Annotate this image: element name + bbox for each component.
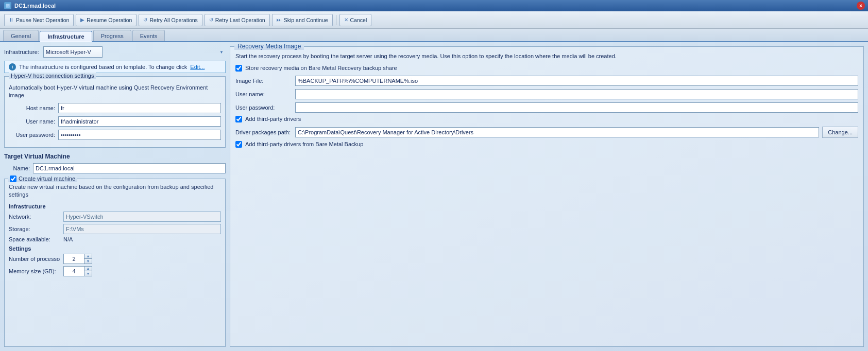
tab-progress[interactable]: Progress bbox=[93, 30, 131, 41]
skip-icon: ⏭ bbox=[277, 17, 282, 23]
app-icon bbox=[4, 2, 11, 9]
driver-path-row: Driver packages path: Change... bbox=[235, 127, 858, 138]
tab-general[interactable]: General bbox=[3, 30, 39, 41]
memory-arrows: ▲ ▼ bbox=[84, 266, 92, 276]
vm-name-label: Name: bbox=[4, 165, 30, 171]
user-password-field: User password: bbox=[9, 130, 221, 140]
infrastructure-label: Infrastructure: bbox=[4, 49, 39, 55]
image-file-row: Image File: bbox=[235, 76, 858, 86]
tab-infrastructure[interactable]: Infrastructure bbox=[40, 31, 92, 42]
infrastructure-select-wrapper: Microsoft Hyper-V bbox=[43, 46, 226, 58]
space-value: N/A bbox=[63, 236, 73, 242]
info-icon: i bbox=[9, 63, 16, 71]
store-checkbox-row: Store recovery media on Bare Metal Recov… bbox=[235, 65, 858, 72]
space-label: Space available: bbox=[9, 236, 60, 242]
recovery-media-title: Recovery Media Image bbox=[234, 43, 304, 50]
create-vm-title: Create virtual machine bbox=[8, 176, 77, 182]
add-drivers-label: Add third-party drivers bbox=[245, 116, 301, 122]
store-checkbox-label: Store recovery media on Bare Metal Recov… bbox=[245, 65, 397, 71]
retry-all-button[interactable]: ↺ Retry All Operations bbox=[139, 14, 202, 26]
user-name-input[interactable] bbox=[58, 116, 221, 127]
user-name-field: User name: bbox=[9, 116, 221, 127]
recovery-desc: Start the recovery process by booting th… bbox=[235, 52, 858, 61]
add-drivers-row: Add third-party drivers bbox=[235, 116, 858, 122]
retry-last-icon: ↺ bbox=[209, 17, 213, 23]
window-title: DC1.rmad.local bbox=[14, 3, 56, 9]
cancel-button[interactable]: ✕ Cancel bbox=[339, 14, 372, 26]
memory-down[interactable]: ▼ bbox=[84, 271, 92, 276]
hyperv-group-box: Hyper-V host connection settings Automat… bbox=[4, 76, 226, 148]
recovery-password-input[interactable] bbox=[295, 102, 858, 113]
create-vm-box: Create virtual machine Create new virtua… bbox=[4, 179, 226, 347]
target-vm-title: Target Virtual Machine bbox=[4, 153, 226, 160]
user-name-label: User name: bbox=[9, 118, 55, 125]
vm-name-input[interactable] bbox=[33, 163, 226, 173]
left-panel: Infrastructure: Microsoft Hyper-V i The … bbox=[4, 46, 226, 347]
retry-all-icon: ↺ bbox=[143, 17, 147, 23]
driver-path-input[interactable] bbox=[295, 127, 819, 137]
settings-title: Settings bbox=[9, 245, 221, 252]
image-file-input[interactable] bbox=[295, 76, 858, 86]
pause-icon: ⏸ bbox=[9, 17, 14, 23]
num-processors-arrows: ▲ ▼ bbox=[84, 254, 92, 264]
add-drivers-bmr-label: Add third-party drivers from Bare Metal … bbox=[245, 141, 363, 147]
network-row: Network: Hyper-VSwitch bbox=[9, 212, 221, 222]
store-checkbox[interactable] bbox=[235, 65, 242, 72]
image-file-label: Image File: bbox=[235, 78, 292, 84]
recovery-media-box: Recovery Media Image Start the recovery … bbox=[230, 46, 864, 347]
space-row: Space available: N/A bbox=[9, 236, 221, 242]
svg-rect-3 bbox=[6, 7, 8, 7]
num-processors-row: Number of processo ▲ ▼ bbox=[9, 254, 221, 264]
toolbar: ⏸ Pause Next Operation ▶ Resume Operatio… bbox=[0, 11, 868, 29]
memory-label: Memory size (GB): bbox=[9, 268, 60, 274]
retry-last-button[interactable]: ↺ Retry Last Operation bbox=[205, 14, 270, 26]
num-processors-up[interactable]: ▲ bbox=[84, 254, 92, 259]
num-processors-label: Number of processo bbox=[9, 256, 60, 262]
memory-up[interactable]: ▲ bbox=[84, 267, 92, 271]
num-processors-spinbox: ▲ ▼ bbox=[63, 254, 92, 264]
recovery-username-row: User name: bbox=[235, 89, 858, 99]
tab-events[interactable]: Events bbox=[132, 30, 165, 41]
resume-operation-button[interactable]: ▶ Resume Operation bbox=[76, 14, 137, 26]
create-vm-checkbox[interactable] bbox=[10, 176, 16, 182]
recovery-password-label: User password: bbox=[235, 104, 292, 111]
network-label: Network: bbox=[9, 214, 60, 220]
user-password-input[interactable] bbox=[58, 130, 221, 140]
title-bar: DC1.rmad.local × bbox=[0, 0, 868, 11]
recovery-username-input[interactable] bbox=[295, 89, 858, 99]
recovery-username-label: User name: bbox=[235, 91, 292, 97]
host-name-input[interactable] bbox=[58, 103, 221, 113]
close-button[interactable]: × bbox=[857, 2, 865, 10]
storage-label: Storage: bbox=[9, 226, 60, 232]
infrastructure-row: Infrastructure: Microsoft Hyper-V bbox=[4, 46, 226, 58]
skip-continue-button[interactable]: ⏭ Skip and Continue bbox=[272, 14, 333, 26]
main-content: Infrastructure: Microsoft Hyper-V i The … bbox=[0, 42, 868, 351]
add-drivers-checkbox[interactable] bbox=[235, 116, 242, 122]
info-bar: i The infrastructure is configured based… bbox=[4, 61, 226, 73]
driver-path-label: Driver packages path: bbox=[235, 129, 292, 135]
info-text: The infrastructure is configured based o… bbox=[19, 64, 187, 70]
change-button[interactable]: Change... bbox=[822, 127, 858, 138]
num-processors-input[interactable] bbox=[63, 254, 84, 264]
pause-next-button[interactable]: ⏸ Pause Next Operation bbox=[4, 14, 74, 26]
tabs-bar: General Infrastructure Progress Events bbox=[0, 29, 868, 42]
target-vm-section: Target Virtual Machine Name: bbox=[4, 151, 226, 176]
resume-icon: ▶ bbox=[80, 17, 84, 23]
vm-name-row: Name: bbox=[4, 163, 226, 173]
memory-input[interactable] bbox=[63, 266, 84, 276]
svg-rect-1 bbox=[6, 5, 9, 5]
num-processors-down[interactable]: ▼ bbox=[84, 259, 92, 264]
right-panel: Recovery Media Image Start the recovery … bbox=[230, 46, 864, 347]
storage-value: F:\VMs bbox=[63, 224, 221, 234]
storage-row: Storage: F:\VMs bbox=[9, 224, 221, 234]
hyperv-group-title: Hyper-V host connection settings bbox=[9, 73, 96, 79]
vm-infra-title: Infrastructure bbox=[9, 203, 221, 209]
svg-rect-2 bbox=[6, 6, 9, 6]
edit-link[interactable]: Edit... bbox=[190, 64, 205, 70]
infrastructure-select[interactable]: Microsoft Hyper-V bbox=[43, 46, 103, 58]
add-drivers-bmr-checkbox[interactable] bbox=[235, 141, 242, 148]
host-name-label: Host name: bbox=[9, 105, 55, 111]
cancel-icon: ✕ bbox=[344, 17, 348, 23]
host-name-field: Host name: bbox=[9, 103, 221, 113]
memory-spinbox: ▲ ▼ bbox=[63, 266, 92, 276]
